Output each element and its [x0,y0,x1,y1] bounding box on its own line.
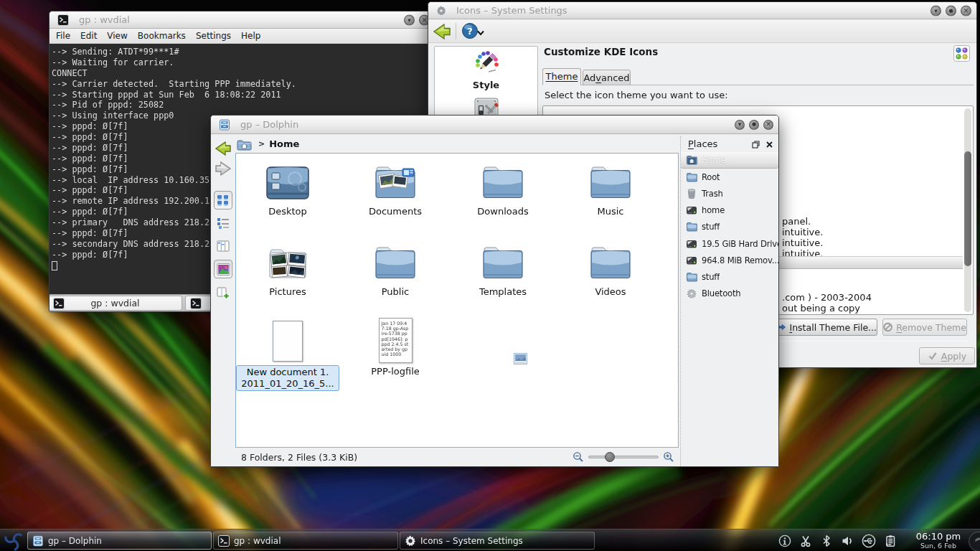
taskbar-button-konsole[interactable]: gp : wvdial [213,532,398,550]
zoom-out-icon[interactable] [573,451,584,463]
places-header: Places [681,136,778,152]
minimize-glyph: ▾ [931,6,941,15]
panel-cashew[interactable] [968,531,980,551]
folder-label: Public [344,286,447,297]
place-item[interactable]: Root [681,169,778,185]
folder-label: Desktop [236,206,339,217]
volume-icon[interactable] [841,534,854,547]
close-panel-icon[interactable] [765,141,773,149]
place-item[interactable]: Trash [681,185,778,202]
taskbar-button-dolphin[interactable]: gp – Dolphin [27,532,212,550]
style-icon [474,50,499,75]
klipper-scissors-icon[interactable] [799,534,812,547]
status-text: 8 Folders, 2 Files (3.3 KiB) [241,452,357,463]
sidebar-item-style-label: Style [435,80,537,90]
documents-folder-icon [372,163,418,202]
stray-thumbnail-icon [514,353,527,364]
place-label: Bluetooth [702,288,740,298]
konsole-menu-item[interactable]: View [102,31,132,41]
place-item[interactable]: Home [681,152,778,169]
konsole-tab-active[interactable]: gp : wvdial [49,296,182,311]
place-item[interactable]: stuff [681,268,778,285]
system-settings-maximize-button[interactable]: ● [946,5,956,16]
icons-view-button[interactable] [214,191,232,209]
folder-item[interactable]: Videos [559,237,662,297]
system-settings-close-button[interactable]: ✕ [961,5,971,16]
place-item[interactable]: 964.8 MiB Remov... [681,252,778,268]
sidebar-item-style[interactable]: Style [435,50,537,90]
file-item-newdoc[interactable]: New document 1.2011_01_20_16_5... [236,319,339,391]
place-item[interactable]: stuff [681,219,778,235]
konsole-menu-item[interactable]: Bookmarks [133,31,191,41]
konsole-menu-item[interactable]: Help [236,31,265,41]
file-item-ppp[interactable]: Jan 17 09:4 7:18 gp-Asp ire-5738 pp pd[1… [344,316,447,377]
dolphin-left-toolbar [211,135,235,448]
clipboard-icon[interactable] [884,534,897,547]
remove-theme-button[interactable]: Remove Theme [882,319,967,336]
dolphin-maximize-button[interactable]: ● [749,120,759,130]
tab-theme-label: Theme [546,71,578,82]
folder-item[interactable]: Downloads [451,157,555,217]
scrollbar-thumb[interactable] [964,151,971,266]
breadcrumb-home[interactable]: Home [269,138,299,149]
konsole-menu-item[interactable]: Settings [191,31,236,41]
apply-button[interactable]: Apply [919,347,975,364]
system-settings-minimize-button[interactable]: ▾ [930,5,941,16]
terminal-line: --> Pid of pppd: 25082 [52,100,435,110]
task-label: gp : wvdial [234,536,281,546]
help-dropdown-chevron-icon[interactable] [477,30,484,36]
folder-label: Music [559,206,662,217]
columns-view-button[interactable] [214,237,232,255]
folder-item[interactable]: Pictures [236,237,339,297]
terminal-line: --> Waiting for carrier. [52,57,435,68]
konsole-minimize-button[interactable]: ▾ [404,14,415,25]
taskbar-panel: gp – Dolphin gp : wvdial Icons – System … [0,529,980,551]
konsole-menu-item[interactable]: Edit [75,31,102,41]
device-notifier-usb-icon[interactable] [862,534,876,548]
split-view-button[interactable] [214,283,232,302]
place-item[interactable]: 19.5 GiB Hard Drive [681,235,778,252]
kcm-header: Customize KDE Icons [544,46,658,57]
forward-button[interactable] [214,159,232,178]
zoom-slider-handle[interactable] [605,452,615,462]
terminal-line: --> Carrier detected. Starting PPP immed… [52,79,435,90]
digital-clock[interactable]: 06:10 pm Sun, 6 Feb [914,532,963,550]
preview-button[interactable] [214,260,232,278]
tab-advanced[interactable]: Advanced [583,70,631,85]
back-button[interactable] [433,22,451,41]
app-launcher-button[interactable] [3,529,25,551]
details-view-button[interactable] [214,214,232,232]
zoom-in-icon[interactable] [663,451,674,463]
tab-theme[interactable]: Theme [542,68,581,85]
float-panel-icon[interactable] [752,141,760,149]
folder-item[interactable]: Templates [451,237,555,297]
konsole-menu-item[interactable]: File [51,31,75,41]
place-item[interactable]: Bluetooth [681,286,778,302]
home-breadcrumb-button[interactable] [235,137,253,151]
close-glyph: ✕ [961,6,971,15]
folder-item[interactable]: Public [344,237,447,297]
dolphin-titlebar[interactable]: gp – Dolphin ▾ ● ✕ [211,116,778,134]
system-settings-titlebar[interactable]: Icons – System Settings ▾ ● ✕ [428,2,976,19]
taskbar-button-syssettings[interactable]: Icons – System Settings [400,532,595,550]
bluetooth-icon[interactable] [820,534,833,547]
dolphin-close-button[interactable]: ✕ [763,120,773,130]
zoom-slider[interactable] [588,456,659,458]
help-button[interactable]: ? [461,22,479,39]
places-list: Home Root [681,152,778,302]
drive-place-icon [686,238,697,250]
place-item[interactable]: home [681,202,778,219]
notifications-info-icon[interactable] [778,534,791,547]
back-button[interactable] [214,139,232,158]
theme-list-scrollbar[interactable] [964,108,971,312]
apply-check-icon [928,351,938,361]
install-theme-button[interactable]: Install Theme File... [777,319,877,336]
dolphin-icon-view[interactable]: Desktop [235,153,679,448]
folder-item[interactable]: Desktop [236,157,339,217]
drive-place-icon [686,255,697,266]
folder-item[interactable]: Music [559,157,662,217]
dolphin-minimize-button[interactable]: ▾ [735,120,745,130]
konsole-title: gp : wvdial [79,14,130,25]
konsole-titlebar[interactable]: gp : wvdial ▾ ✕ [50,11,435,29]
folder-item[interactable]: Documents [344,157,447,217]
